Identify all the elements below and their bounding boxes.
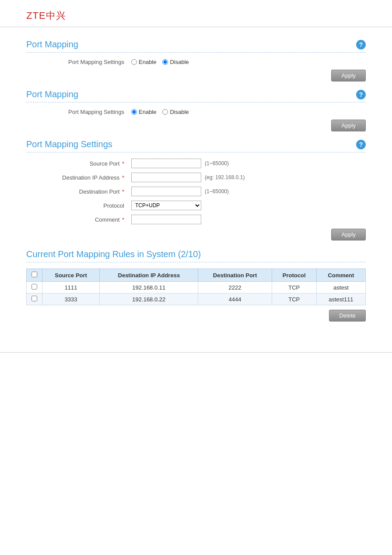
enable-text-1: Enable <box>139 59 156 65</box>
dest-port-required: * <box>120 188 124 195</box>
row2-source-port: 3333 <box>42 293 100 305</box>
section-title-4: Current Port Mapping Rules in System (2/… <box>26 249 201 259</box>
row2-dest-port: 4444 <box>198 293 272 305</box>
row1-dest-port: 2222 <box>198 282 272 293</box>
radio-group-1: Enable Disable <box>131 59 189 65</box>
dest-ip-row: Destination IP Address * (eg: 192.168.0.… <box>26 173 366 182</box>
main-content: Port Mapping ? Port Mapping Settings Ena… <box>0 27 392 335</box>
row2-comment: astest111 <box>316 293 365 305</box>
apply-button-2[interactable]: Apply <box>331 120 366 131</box>
table-row: 3333 192.168.0.22 4444 TCP astest111 <box>27 293 366 305</box>
row2-dest-ip: 192.168.0.22 <box>100 293 198 305</box>
enable-radio-2[interactable] <box>131 109 137 115</box>
row1-dest-ip: 192.168.0.11 <box>100 282 198 293</box>
settings-label-1: Port Mapping Settings <box>35 59 131 65</box>
table-body: 1111 192.168.0.11 2222 TCP astest 3333 1… <box>27 282 366 305</box>
enable-text-2: Enable <box>139 109 156 115</box>
table-header-row: Source Port Destination IP Address Desti… <box>27 269 366 282</box>
row1-checkbox-cell <box>27 282 42 293</box>
settings-label-2: Port Mapping Settings <box>35 109 131 115</box>
row1-checkbox[interactable] <box>32 284 37 290</box>
apply-button-1[interactable]: Apply <box>331 70 366 81</box>
section-header-2: Port Mapping ? <box>26 89 366 103</box>
port-mapping-settings-row-2: Port Mapping Settings Enable Disable <box>26 109 366 115</box>
header: ZTE中兴 <box>0 0 392 27</box>
dest-port-input[interactable] <box>131 187 201 196</box>
col-header-source-port: Source Port <box>42 269 100 282</box>
row2-protocol: TCP <box>272 293 316 305</box>
row2-checkbox-cell <box>27 293 42 305</box>
disable-text-2: Disable <box>170 109 189 115</box>
col-header-protocol: Protocol <box>272 269 316 282</box>
apply-row-3: Apply <box>26 229 366 240</box>
row1-comment: astest <box>316 282 365 293</box>
section-title-1: Port Mapping <box>26 39 78 49</box>
help-icon-2[interactable]: ? <box>356 90 366 99</box>
rules-table: Source Port Destination IP Address Desti… <box>26 269 366 305</box>
comment-input[interactable] <box>131 215 201 224</box>
protocol-label: Protocol <box>35 202 131 209</box>
disable-radio-1[interactable] <box>162 59 168 65</box>
dest-port-hint: (1~65000) <box>205 188 229 194</box>
table-row: 1111 192.168.0.11 2222 TCP astest <box>27 282 366 293</box>
source-port-required: * <box>120 160 124 167</box>
dest-port-row: Destination Port * (1~65000) <box>26 187 366 196</box>
help-icon-3[interactable]: ? <box>356 140 366 149</box>
section-port-mapping-1: Port Mapping ? Port Mapping Settings Ena… <box>26 39 366 81</box>
col-header-comment: Comment <box>316 269 365 282</box>
enable-radio-label-2[interactable]: Enable <box>131 109 156 115</box>
section-header-1: Port Mapping ? <box>26 39 366 53</box>
dest-ip-input[interactable] <box>131 173 201 182</box>
comment-label: Comment * <box>35 216 131 223</box>
delete-button[interactable]: Delete <box>329 310 366 322</box>
comment-required: * <box>120 216 124 223</box>
disable-radio-label-1[interactable]: Disable <box>162 59 189 65</box>
apply-row-1: Apply <box>26 70 366 81</box>
source-port-hint: (1~65000) <box>205 160 229 166</box>
section-title-2: Port Mapping <box>26 89 78 99</box>
radio-group-2: Enable Disable <box>131 109 189 115</box>
dest-ip-hint: (eg: 192.168.0.1) <box>205 174 245 180</box>
help-icon-1[interactable]: ? <box>356 40 366 49</box>
source-port-row: Source Port * (1~65000) <box>26 159 366 168</box>
enable-radio-label-1[interactable]: Enable <box>131 59 156 65</box>
protocol-row: Protocol TCP+UDP TCP UDP <box>26 201 366 210</box>
section-current-rules: Current Port Mapping Rules in System (2/… <box>26 249 366 322</box>
source-port-input[interactable] <box>131 159 201 168</box>
dest-ip-label: Destination IP Address * <box>35 174 131 181</box>
section-header-4: Current Port Mapping Rules in System (2/… <box>26 249 366 262</box>
logo-chinese: 中兴 <box>46 10 66 21</box>
section-port-mapping-settings: Port Mapping Settings ? Source Port * (1… <box>26 139 366 240</box>
section-title-3: Port Mapping Settings <box>26 139 112 149</box>
col-header-dest-ip: Destination IP Address <box>100 269 198 282</box>
footer-divider <box>0 352 392 353</box>
disable-radio-label-2[interactable]: Disable <box>162 109 189 115</box>
row1-protocol: TCP <box>272 282 316 293</box>
comment-row: Comment * <box>26 215 366 224</box>
apply-row-2: Apply <box>26 120 366 131</box>
logo: ZTE中兴 <box>26 8 366 22</box>
select-all-checkbox[interactable] <box>32 272 37 277</box>
row1-source-port: 1111 <box>42 282 100 293</box>
section-port-mapping-2: Port Mapping ? Port Mapping Settings Ena… <box>26 89 366 131</box>
disable-text-1: Disable <box>170 59 189 65</box>
dest-port-label: Destination Port * <box>35 188 131 195</box>
logo-brand: ZTE <box>26 10 46 21</box>
source-port-label: Source Port * <box>35 160 131 167</box>
dest-ip-required: * <box>120 174 124 181</box>
enable-radio-1[interactable] <box>131 59 137 65</box>
delete-row: Delete <box>26 310 366 322</box>
disable-radio-2[interactable] <box>162 109 168 115</box>
protocol-select[interactable]: TCP+UDP TCP UDP <box>131 201 201 210</box>
port-mapping-settings-row-1: Port Mapping Settings Enable Disable <box>26 59 366 65</box>
col-header-dest-port: Destination Port <box>198 269 272 282</box>
col-header-checkbox <box>27 269 42 282</box>
table-head: Source Port Destination IP Address Desti… <box>27 269 366 282</box>
section-header-3: Port Mapping Settings ? <box>26 139 366 152</box>
apply-button-3[interactable]: Apply <box>331 229 366 240</box>
row2-checkbox[interactable] <box>32 296 37 301</box>
